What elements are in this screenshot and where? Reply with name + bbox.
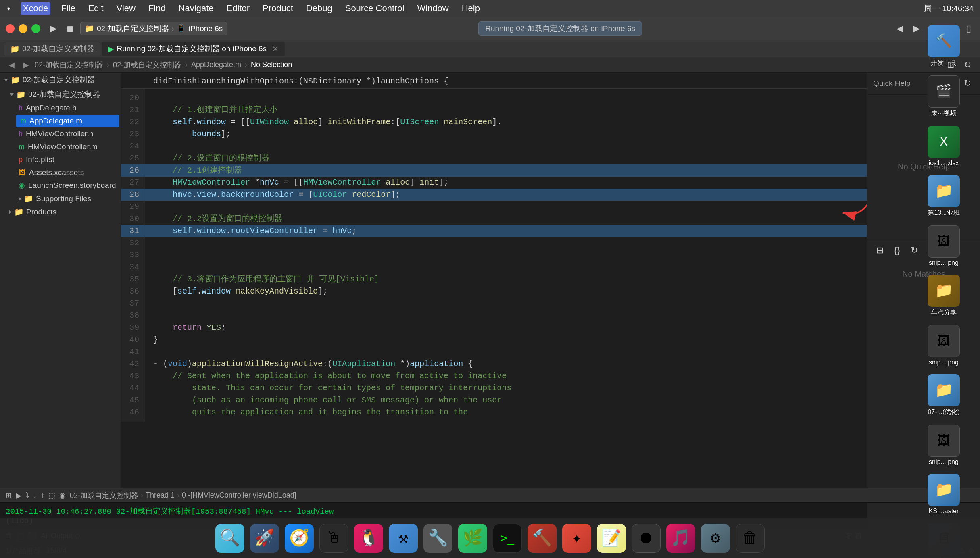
sidebar-item-launchscreen[interactable]: ◉ LaunchScreen.storyboard xyxy=(15,179,121,192)
dock-app1[interactable]: 🔧 xyxy=(423,524,452,553)
snip1-label: snip....png xyxy=(929,259,959,267)
line-num-37: 37 xyxy=(121,298,145,310)
desktop-file-video[interactable]: 🎬 未···视频 xyxy=(911,73,976,120)
breadcrumb-item-2[interactable]: 02-加载自定义控制器 xyxy=(113,60,181,70)
safari-icon: 🧭 xyxy=(289,528,309,548)
folder2-icon: 📁 xyxy=(935,282,953,300)
menu-file[interactable]: File xyxy=(58,2,77,15)
debug-btn-step-out[interactable]: ↑ xyxy=(41,491,44,500)
maximize-button[interactable] xyxy=(31,24,40,33)
breadcrumb-item-3[interactable]: AppDelegate.m xyxy=(191,60,241,69)
folder4-icon: 📁 xyxy=(935,481,953,499)
line-num-28: 28 xyxy=(121,189,145,201)
debug-btn-play[interactable]: ▶ xyxy=(16,491,21,500)
debug-btn-step-over[interactable]: ⤵ xyxy=(25,491,29,500)
dock-mouse[interactable]: 🖱 xyxy=(319,524,348,553)
menu-edit[interactable]: Edit xyxy=(86,2,106,15)
dock-terminal[interactable]: >_ xyxy=(493,524,522,553)
breadcrumb-nav-prev[interactable]: ◀ xyxy=(6,59,18,71)
menu-source-control[interactable]: Source Control xyxy=(343,2,407,15)
menu-product[interactable]: Product xyxy=(260,2,296,15)
debug-btn-memory[interactable]: ◉ xyxy=(59,491,66,500)
triangle-products xyxy=(9,210,12,214)
finder-icon: 🔍 xyxy=(220,528,240,548)
desktop-file-xlsx1[interactable]: X ios1....xlsx xyxy=(911,123,976,169)
sidebar-root-label: 02-加载自定义控制器 xyxy=(23,75,95,85)
qq-icon: 🐧 xyxy=(359,528,379,548)
sidebar-item-supporting[interactable]: 📁 Supporting Files xyxy=(15,192,121,205)
menu-editor[interactable]: Editor xyxy=(224,2,252,15)
desktop-file-folder4[interactable]: 📁 KSI...aster xyxy=(911,471,976,517)
hammer-icon: 🔨 xyxy=(532,528,552,548)
run-button[interactable]: ▶ xyxy=(47,22,60,35)
dock-safari[interactable]: 🧭 xyxy=(285,524,314,553)
tab-close-icon[interactable]: ✕ xyxy=(272,44,279,54)
tab-project[interactable]: 📁 02-加载自定义控制器 xyxy=(4,42,100,56)
code-line-22: self.window = [[UIWindow alloc] initWith… xyxy=(145,116,867,128)
dock-notes[interactable]: 📝 xyxy=(597,524,626,553)
menu-window[interactable]: Window xyxy=(415,2,451,15)
dock-tools[interactable]: ⚙ xyxy=(701,524,730,553)
tab-running[interactable]: ▶ Running 02-加载自定义控制器 on iPhone 6s ✕ xyxy=(102,42,285,56)
sidebar-item-appdelegate-h[interactable]: h AppDelegate.h xyxy=(15,102,121,115)
code-line-40: } xyxy=(145,334,867,346)
sidebar-item-hmviewcontroller-m[interactable]: m HMViewController.m xyxy=(15,140,121,153)
stop-button[interactable]: ◼ xyxy=(63,22,77,35)
desktop-file-folder3[interactable]: 📁 07-...(优化) xyxy=(911,372,976,419)
menu-help[interactable]: Help xyxy=(459,2,482,15)
debug-btn-1[interactable]: ⊞ xyxy=(6,491,12,500)
debug-bc-3: 0 -[HMViewController viewDidLoad] xyxy=(182,491,296,500)
menu-find[interactable]: Find xyxy=(146,2,168,15)
line-num-22: 22 xyxy=(121,116,145,128)
menu-debug[interactable]: Debug xyxy=(304,2,335,15)
breadcrumb-item-4[interactable]: No Selection xyxy=(251,60,292,69)
toolbar-nav-prev[interactable]: ◀ xyxy=(893,22,907,35)
dock-qq[interactable]: 🐧 xyxy=(354,524,383,553)
line-num-25: 25 xyxy=(121,152,145,164)
dock-record[interactable]: ⏺ xyxy=(632,524,661,553)
editor-area: 📁 02-加载自定义控制器 📁 02-加载自定义控制器 h AppDelegat… xyxy=(0,73,980,488)
full-layout: 📁 02-加载自定义控制器 ▶ Running 02-加载自定义控制器 on i… xyxy=(0,40,980,558)
desktop-file-folder1[interactable]: 📁 第13...业班 xyxy=(911,173,976,220)
desktop-file-devtools[interactable]: 🔨 开发工具 xyxy=(911,23,976,70)
sidebar-item-assets[interactable]: 🖼 Assets.xcassets xyxy=(15,166,121,179)
debug-btn-step-in[interactable]: ↓ xyxy=(33,491,37,500)
sidebar-item-products[interactable]: 📁 Products xyxy=(6,205,121,219)
desktop-file-snip2[interactable]: 🖼 snip....png xyxy=(911,323,976,369)
breadcrumb-nav-next[interactable]: ▶ xyxy=(20,59,32,71)
close-button[interactable] xyxy=(6,24,15,33)
dock-trash[interactable]: 🗑 xyxy=(736,524,765,553)
quick-help-btn-2[interactable]: {} xyxy=(891,244,903,257)
sidebar-item-hmviewcontroller-h[interactable]: h HMViewController.h xyxy=(15,127,121,140)
sidebar-group-main[interactable]: 📁 02-加载自定义控制器 xyxy=(6,87,121,102)
sidebar-project-root[interactable]: 📁 02-加载自定义控制器 xyxy=(0,73,121,87)
desktop-file-snip3[interactable]: 🖼 snip....png xyxy=(911,422,976,468)
menu-xcode[interactable]: Xcode xyxy=(21,2,50,15)
sidebar-item-info-plist[interactable]: p Info.plist xyxy=(15,153,121,166)
debug-btn-views[interactable]: ⬚ xyxy=(48,491,55,500)
dock-xcode[interactable]: ⚒ xyxy=(389,524,418,553)
traffic-lights xyxy=(6,24,40,33)
desktop-file-snip1[interactable]: 🖼 snip....png xyxy=(911,223,976,269)
menu-view[interactable]: View xyxy=(114,2,138,15)
breadcrumb-item-1[interactable]: 02-加载自定义控制器 xyxy=(35,60,103,70)
minimize-button[interactable] xyxy=(19,24,27,33)
desktop-file-folder2[interactable]: 📁 车汽分享 xyxy=(911,272,976,319)
scheme-name: 02-加载自定义控制器 xyxy=(97,23,169,34)
code-editor[interactable]: didFinishLaunchingWithOptions:(NSDiction… xyxy=(121,73,867,488)
dock-mindnode[interactable]: 🌿 xyxy=(458,524,487,553)
record-icon: ⏺ xyxy=(638,529,654,548)
dock-finder[interactable]: 🔍 xyxy=(215,524,244,553)
code-line-36: [self.window makeKeyAndVisible]; xyxy=(145,285,867,298)
dock-music[interactable]: 🎵 xyxy=(666,524,695,553)
dock-xmind[interactable]: ✦ xyxy=(562,524,591,553)
quick-help-btn-1[interactable]: ⊞ xyxy=(873,244,887,257)
apple-logo: ✦ xyxy=(6,4,11,13)
code-content: 20 21 22 23 24 25 26 27 28 29 30 31 32 3… xyxy=(121,89,867,422)
folder1-label: 第13...业班 xyxy=(928,209,959,217)
desktop-sidebar: 🔨 开发工具 🎬 未···视频 X ios1....xlsx 📁 第13...业… xyxy=(907,17,980,518)
sidebar-item-appdelegate-m[interactable]: m AppDelegate.m xyxy=(16,115,119,127)
dock-launchpad[interactable]: 🚀 xyxy=(250,524,279,553)
menu-navigate[interactable]: Navigate xyxy=(176,2,216,15)
dock-hammer[interactable]: 🔨 xyxy=(528,524,557,553)
